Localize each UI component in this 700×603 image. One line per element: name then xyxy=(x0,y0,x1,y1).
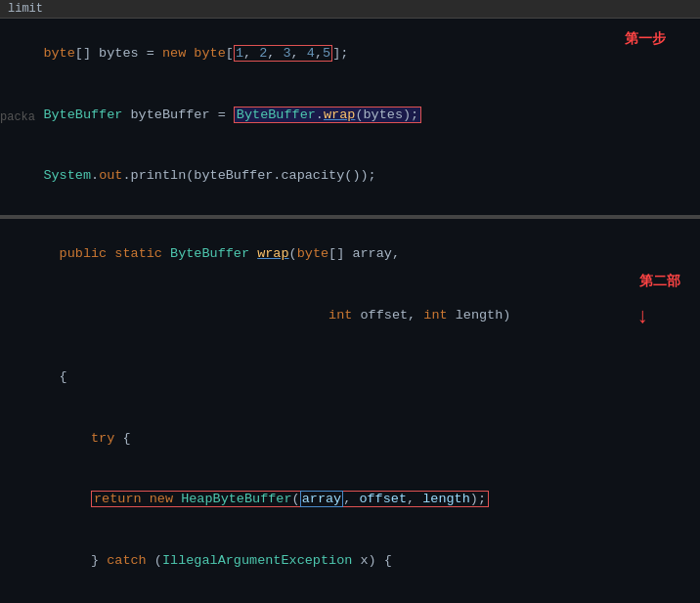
step-2-arrow: ↓ xyxy=(636,305,649,329)
package-label: packa xyxy=(0,110,35,124)
wrap-try: try { xyxy=(10,409,690,470)
wrap-signature-2: int offset, int length) xyxy=(10,285,690,347)
top-bar: limit xyxy=(0,0,700,19)
wrap-signature-1: public static ByteBuffer wrap(byte[] arr… xyxy=(10,224,690,285)
top-bar-text: limit xyxy=(8,2,43,16)
section-top-code: byte[] bytes = new byte[1, 2, 3, 4,5]; B… xyxy=(0,19,700,217)
code-line-1: byte[] bytes = new byte[1, 2, 3, 4,5]; xyxy=(10,23,690,85)
kw-new: new xyxy=(162,46,186,61)
wrap-throw: throw new IndexOutOfBoundsException(); xyxy=(10,592,690,603)
code-line-2: ByteBuffer byteBuffer = ByteBuffer.wrap(… xyxy=(10,85,690,147)
kw-byte: byte xyxy=(43,46,74,61)
section-wrap-method: public static ByteBuffer wrap(byte[] arr… xyxy=(0,219,700,603)
code-line-3: System.out.println(byteBuffer.capacity()… xyxy=(10,147,690,208)
step-2-label: 第二部 xyxy=(639,273,680,290)
step-1-label: 第一步 xyxy=(625,30,666,48)
wrap-return: return new HeapByteBuffer(array, offset,… xyxy=(10,469,690,531)
wrap-catch: } catch (IllegalArgumentException x) { xyxy=(10,531,690,592)
wrap-brace-open: { xyxy=(10,347,690,409)
